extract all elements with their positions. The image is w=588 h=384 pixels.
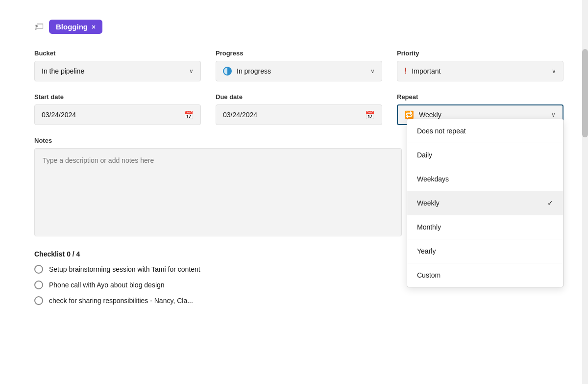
notes-textarea[interactable]: [34, 148, 402, 236]
bucket-select[interactable]: In the pipeline ∨: [34, 61, 201, 81]
priority-exclamation-icon: !: [404, 67, 407, 76]
page-container: 🏷 Blogging × Bucket In the pipeline ∨ Pr…: [0, 0, 588, 384]
repeat-option-daily-label: Daily: [417, 151, 432, 159]
progress-chevron-icon: ∨: [370, 68, 375, 75]
tag-close-button[interactable]: ×: [92, 23, 96, 31]
due-date-label: Due date: [216, 93, 382, 101]
checklist-item-2: check for sharing responsibilities - Nan…: [34, 296, 564, 305]
tag-badge[interactable]: Blogging ×: [49, 20, 102, 34]
progress-value: In progress: [237, 67, 271, 75]
tag-icon: 🏷: [34, 21, 44, 32]
start-date-calendar-icon: 📅: [184, 110, 194, 120]
checklist-radio-2[interactable]: [34, 296, 43, 305]
repeat-label: Repeat: [397, 93, 564, 101]
repeat-option-yearly[interactable]: Yearly: [407, 239, 563, 263]
priority-label: Priority: [397, 50, 564, 57]
repeat-option-weekly-label: Weekly: [417, 199, 440, 207]
progress-circle-icon: [223, 67, 232, 76]
progress-group: Progress In progress ∨: [216, 50, 382, 81]
priority-left: ! Important: [404, 67, 441, 76]
checklist-radio-0[interactable]: [34, 265, 43, 274]
repeat-option-weekly[interactable]: Weekly ✓: [407, 191, 563, 215]
repeat-option-weekdays[interactable]: Weekdays: [407, 167, 563, 191]
priority-value: Important: [412, 67, 441, 75]
start-date-value: 03/24/2024: [42, 111, 76, 119]
scrollbar-thumb[interactable]: [582, 49, 588, 137]
repeat-cycle-icon: 🔁: [405, 110, 414, 119]
repeat-option-monthly-label: Monthly: [417, 223, 441, 231]
tag-area: 🏷 Blogging ×: [34, 20, 564, 34]
bucket-chevron-icon: ∨: [189, 68, 194, 75]
repeat-option-does-not-repeat[interactable]: Does not repeat: [407, 119, 563, 143]
due-date-field[interactable]: 03/24/2024 📅: [216, 104, 382, 125]
priority-group: Priority ! Important ∨: [397, 50, 564, 81]
repeat-weekly-check-icon: ✓: [547, 199, 553, 207]
repeat-option-daily[interactable]: Daily: [407, 143, 563, 167]
checklist-radio-1[interactable]: [34, 281, 43, 289]
start-date-group: Start date 03/24/2024 📅: [34, 93, 201, 125]
priority-chevron-icon: ∨: [552, 68, 556, 75]
bucket-label: Bucket: [34, 50, 201, 57]
progress-left: In progress: [223, 67, 271, 76]
repeat-option-monthly[interactable]: Monthly: [407, 215, 563, 239]
due-date-value: 03/24/2024: [223, 111, 257, 119]
progress-select[interactable]: In progress ∨: [216, 61, 382, 81]
repeat-chevron-icon: ∨: [551, 111, 556, 118]
start-date-label: Start date: [34, 93, 201, 101]
priority-select[interactable]: ! Important ∨: [397, 61, 564, 81]
start-date-field[interactable]: 03/24/2024 📅: [34, 104, 201, 125]
repeat-option-custom[interactable]: Custom: [407, 263, 563, 287]
repeat-option-custom-label: Custom: [417, 271, 441, 279]
repeat-group: Repeat 🔁 Weekly ∨ Does not repeat Daily: [397, 93, 564, 125]
tag-label: Blogging: [56, 23, 88, 31]
repeat-value: Weekly: [419, 111, 441, 119]
repeat-option-weekdays-label: Weekdays: [417, 175, 449, 183]
due-date-calendar-icon: 📅: [365, 110, 375, 120]
checklist-text-1: Phone call with Ayo about blog design: [49, 281, 165, 289]
form-row-2: Start date 03/24/2024 📅 Due date 03/24/2…: [34, 93, 564, 125]
checklist-text-0: Setup brainstorming session with Tami fo…: [49, 265, 200, 273]
bucket-group: Bucket In the pipeline ∨: [34, 50, 201, 81]
repeat-dropdown: Does not repeat Daily Weekdays Weekly ✓ …: [407, 119, 564, 287]
bucket-value: In the pipeline: [42, 67, 84, 75]
repeat-left: 🔁 Weekly: [405, 110, 441, 119]
repeat-option-yearly-label: Yearly: [417, 247, 436, 255]
due-date-group: Due date 03/24/2024 📅: [216, 93, 382, 125]
scrollbar[interactable]: [582, 0, 588, 384]
repeat-option-does-not-repeat-label: Does not repeat: [417, 127, 466, 135]
form-row-1: Bucket In the pipeline ∨ Progress In pro…: [34, 50, 564, 81]
checklist-text-2: check for sharing responsibilities - Nan…: [49, 297, 193, 305]
progress-label: Progress: [216, 50, 382, 57]
main-content: 🏷 Blogging × Bucket In the pipeline ∨ Pr…: [0, 0, 588, 384]
